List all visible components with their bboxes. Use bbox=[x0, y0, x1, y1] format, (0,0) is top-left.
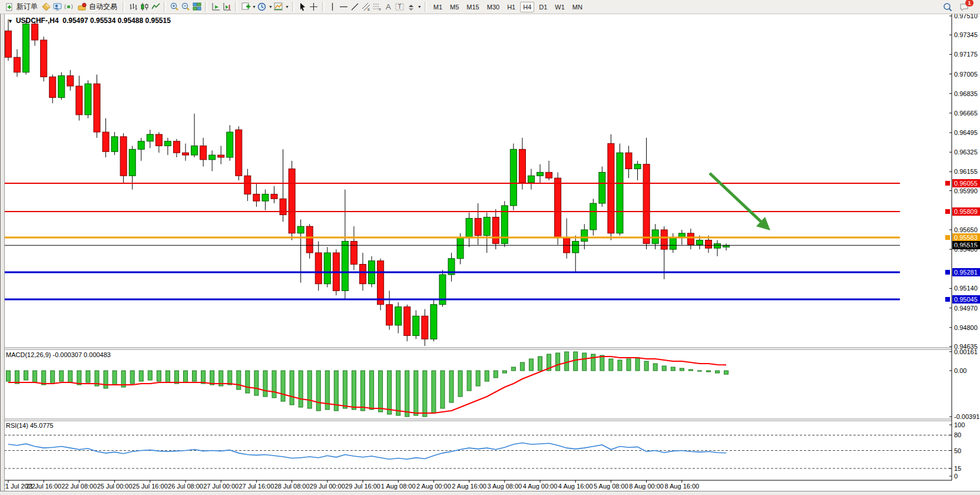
price-open: 0.95497 bbox=[62, 16, 88, 25]
timeframe-m30-button[interactable]: M30 bbox=[484, 2, 502, 12]
timeframe-m5-button[interactable]: M5 bbox=[447, 2, 462, 12]
main-toolbar: 新订单 自动交易 bbox=[0, 0, 980, 14]
new-order-button[interactable]: 新订单 bbox=[2, 1, 40, 13]
rsi-value: 45.0775 bbox=[30, 422, 54, 429]
auto-trading-icon bbox=[77, 2, 87, 12]
chart-shift-icon[interactable] bbox=[221, 2, 232, 12]
templates-icon[interactable] bbox=[273, 2, 284, 12]
chart-title-ohlc: ▼USDCHF-,H4 0.95497 0.95534 0.95488 0.95… bbox=[8, 16, 171, 25]
signal-icon[interactable] bbox=[63, 2, 74, 12]
chart-canvas[interactable] bbox=[0, 0, 980, 495]
text-label-icon[interactable]: T bbox=[395, 2, 405, 12]
text-icon[interactable]: A bbox=[383, 2, 394, 12]
toolbar-separator bbox=[164, 2, 166, 12]
indicators-icon[interactable] bbox=[240, 2, 251, 12]
macd-signal-value: 0.000483 bbox=[84, 351, 111, 358]
chart-candles-icon[interactable] bbox=[139, 2, 150, 12]
new-order-icon bbox=[4, 2, 15, 12]
fibonacci-icon[interactable]: F bbox=[372, 2, 383, 12]
vertical-line-icon[interactable] bbox=[327, 2, 338, 12]
chart-line-icon[interactable] bbox=[150, 2, 161, 12]
timeframe-d1-button[interactable]: D1 bbox=[536, 2, 550, 12]
chart-menu-caret-icon[interactable]: ▼ bbox=[8, 18, 13, 24]
diamond-icon[interactable] bbox=[41, 2, 51, 12]
periods-icon[interactable] bbox=[257, 2, 267, 12]
macd-value: -0.000307 bbox=[52, 351, 82, 358]
auto-trading-button[interactable]: 自动交易 bbox=[74, 1, 120, 13]
timeframe-h4-button[interactable]: H4 bbox=[520, 2, 534, 12]
notification-badge: 1 bbox=[965, 0, 974, 6]
arrows-dropdown-caret[interactable]: ▼ bbox=[418, 5, 422, 9]
templates-dropdown-caret[interactable]: ▼ bbox=[285, 5, 289, 9]
rsi-indicator-label: RSI(14) 45.0775 bbox=[6, 422, 54, 429]
macd-indicator-label: MACD(12,26,9) -0.000307 0.000483 bbox=[6, 351, 111, 358]
chart-symbol: USDCHF-,H4 bbox=[16, 16, 59, 25]
toolbar-separator bbox=[235, 2, 237, 12]
auto-trading-label: 自动交易 bbox=[89, 2, 117, 12]
search-icon[interactable] bbox=[942, 2, 953, 12]
horizontal-line-icon[interactable] bbox=[339, 2, 349, 12]
price-low: 0.95488 bbox=[118, 16, 143, 25]
svg-text:A: A bbox=[386, 2, 391, 11]
timeframe-h1-button[interactable]: H1 bbox=[504, 2, 518, 12]
window-left-border bbox=[0, 14, 5, 491]
auto-scroll-icon[interactable] bbox=[210, 2, 221, 12]
trendline-icon[interactable] bbox=[350, 2, 360, 12]
timeframe-w1-button[interactable]: W1 bbox=[552, 2, 568, 12]
user-monitor-icon[interactable] bbox=[52, 2, 62, 12]
price-close: 0.95515 bbox=[145, 16, 170, 25]
toolbar-separator bbox=[292, 2, 294, 12]
timeframe-m1-button[interactable]: M1 bbox=[431, 2, 445, 12]
toolbar-separator bbox=[322, 2, 325, 12]
indicators-dropdown-caret[interactable]: ▼ bbox=[252, 5, 256, 9]
timeframe-mn-button[interactable]: MN bbox=[570, 2, 585, 12]
mt4-application-window: 新订单 自动交易 bbox=[0, 0, 980, 495]
toolbar-separator bbox=[425, 2, 427, 12]
trend-arrow-annotation[interactable] bbox=[710, 173, 761, 222]
equidistant-channel-icon[interactable]: E bbox=[361, 2, 372, 12]
periods-dropdown-caret[interactable]: ▼ bbox=[269, 5, 273, 9]
chart-bars-icon[interactable] bbox=[128, 2, 138, 12]
price-high: 0.95534 bbox=[90, 16, 115, 25]
timeframe-m15-button[interactable]: M15 bbox=[463, 2, 482, 12]
svg-text:T: T bbox=[398, 4, 402, 10]
chat-icon[interactable]: 1 bbox=[959, 2, 970, 12]
cursor-icon[interactable] bbox=[297, 2, 308, 12]
toolbar-separator bbox=[205, 2, 207, 12]
zoom-out-icon[interactable] bbox=[180, 2, 191, 12]
crosshair-icon[interactable] bbox=[309, 2, 319, 12]
window-bottom-border bbox=[0, 491, 980, 495]
tile-windows-icon[interactable] bbox=[191, 2, 202, 12]
new-order-label: 新订单 bbox=[16, 2, 38, 12]
svg-text:E: E bbox=[368, 8, 370, 11]
zoom-in-icon[interactable] bbox=[169, 2, 180, 12]
arrows-icon[interactable] bbox=[406, 2, 416, 12]
svg-text:F: F bbox=[379, 8, 382, 11]
toolbar-separator bbox=[122, 2, 125, 12]
